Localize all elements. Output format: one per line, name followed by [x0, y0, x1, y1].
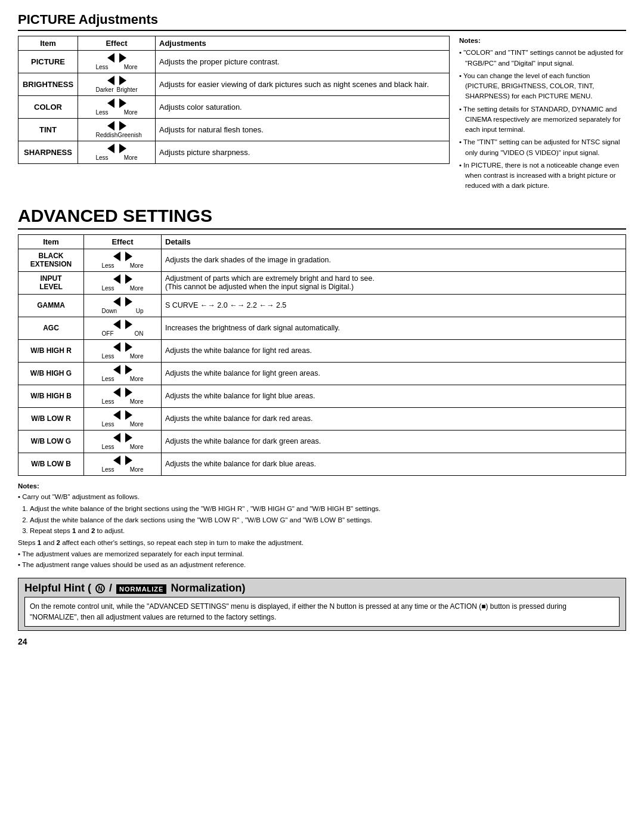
- arrow-right-icon: [125, 433, 132, 442]
- bottom-step-item: Repeat steps 1 and 2 to adjust.: [30, 525, 626, 536]
- arrow-left-icon: [107, 144, 114, 153]
- right-label: Greenish: [117, 132, 142, 138]
- adv-row-item: W/B LOW G: [18, 430, 84, 453]
- arrow-right-icon: [119, 121, 126, 131]
- adv-row-effect: Less More: [84, 430, 162, 453]
- arrow-left-icon: [107, 76, 114, 85]
- arrow-left-icon: [113, 252, 120, 261]
- adv-row-details: Increases the brightness of dark signal …: [162, 317, 626, 339]
- advanced-table-row: GAMMA Down Up S CURVE ←→ 2.0 ←→ 2.2 ←→ 2…: [18, 294, 626, 317]
- arrow-right-icon: [125, 388, 132, 397]
- adv-row-item: W/B HIGH B: [18, 385, 84, 407]
- bottom-notes-title: Notes:: [18, 481, 626, 491]
- right-label: More: [130, 376, 144, 382]
- adv-row-details: Adjusts the dark shades of the image in …: [162, 249, 626, 271]
- adv-row-effect: OFF ON: [84, 317, 162, 339]
- bottom-notes: Notes: Carry out "W/B" adjustment as fol…: [18, 481, 626, 571]
- picture-note-item: "COLOR" and "TINT" settings cannot be ad…: [459, 48, 626, 69]
- advanced-table-row: W/B HIGH B Less More Adjusts the white b…: [18, 385, 626, 407]
- adv-col-item: Item: [18, 234, 84, 249]
- extra-note-item: The adjustment range values should be us…: [18, 559, 626, 570]
- right-label: More: [130, 262, 144, 269]
- right-label: Up: [136, 308, 144, 314]
- left-label: Less: [102, 262, 114, 269]
- arrow-right-icon: [125, 365, 132, 374]
- arrow-right-icon: [125, 274, 132, 284]
- bottom-notes-list: Carry out "W/B" adjustment as follows.: [18, 491, 626, 502]
- picture-row-item: PICTURE: [18, 51, 78, 73]
- arrow-left-icon: [107, 121, 114, 131]
- right-label: More: [130, 444, 144, 450]
- helpful-hint-normalization: Normalization): [171, 582, 245, 594]
- arrow-left-icon: [113, 433, 120, 442]
- arrow-right-icon: [125, 297, 132, 306]
- adv-row-details: Adjustment of parts which are extremely …: [162, 271, 626, 294]
- helpful-hint-section: Helpful Hint ( N / NORMALIZE Normalizati…: [18, 578, 626, 631]
- helpful-hint-slash: /: [109, 582, 115, 594]
- left-label: Less: [102, 353, 114, 360]
- right-label: More: [130, 421, 144, 428]
- adv-row-item: BLACKEXTENSION: [18, 249, 84, 271]
- advanced-table: Item Effect Details BLACKEXTENSION Less …: [18, 234, 626, 476]
- bottom-notes-steps: Adjust the white balance of the bright s…: [18, 503, 626, 536]
- advanced-table-row: W/B HIGH R Less More Adjusts the white b…: [18, 339, 626, 362]
- right-label: More: [130, 353, 144, 360]
- picture-row-effect: Less More: [78, 51, 156, 73]
- left-label: Less: [102, 398, 114, 405]
- picture-table-row: COLOR Less More Adjusts color saturation…: [18, 96, 450, 119]
- left-label: Down: [102, 308, 117, 314]
- picture-table-row: BRIGHTNESS Darker Brighter Adjusts for e…: [18, 73, 450, 96]
- adv-row-effect: Less More: [84, 407, 162, 430]
- bottom-step-item: Adjust the white balance of the bright s…: [30, 503, 626, 514]
- arrow-right-icon: [125, 410, 132, 420]
- adv-row-effect: Less More: [84, 385, 162, 407]
- helpful-hint-text: On the remote control unit, while the "A…: [24, 597, 620, 627]
- adv-row-item: W/B LOW R: [18, 407, 84, 430]
- arrow-right-icon: [125, 342, 132, 352]
- picture-row-effect: Darker Brighter: [78, 73, 156, 96]
- left-label: Less: [102, 444, 114, 450]
- left-label: Less: [96, 154, 109, 161]
- adv-row-details: Adjusts the white balance for light blue…: [162, 385, 626, 407]
- adv-row-item: W/B LOW B: [18, 453, 84, 475]
- left-label: Less: [102, 421, 114, 428]
- picture-col-item: Item: [18, 36, 78, 51]
- picture-row-adjustment: Adjusts the proper picture contrast.: [156, 51, 450, 73]
- right-label: More: [130, 398, 144, 405]
- adv-col-effect: Effect: [84, 234, 162, 249]
- picture-row-adjustment: Adjusts for natural flesh tones.: [156, 119, 450, 141]
- picture-notes: Notes: "COLOR" and "TINT" settings canno…: [459, 36, 626, 194]
- bottom-notes-carry-out: Carry out "W/B" adjustment as follows.: [18, 491, 626, 502]
- adv-row-item: W/B HIGH G: [18, 362, 84, 385]
- advanced-table-row: W/B HIGH G Less More Adjusts the white b…: [18, 362, 626, 385]
- arrow-left-icon: [113, 274, 120, 284]
- helpful-hint-title: Helpful Hint ( N / NORMALIZE Normalizati…: [24, 582, 620, 594]
- arrow-right-icon: [119, 144, 126, 153]
- adv-col-details: Details: [162, 234, 626, 249]
- picture-row-item: TINT: [18, 119, 78, 141]
- picture-row-item: BRIGHTNESS: [18, 73, 78, 96]
- arrow-right-icon: [125, 252, 132, 261]
- extra-note-item: The adjustment values are memorized sepa…: [18, 549, 626, 559]
- left-label: OFF: [102, 330, 114, 337]
- advanced-section: ADVANCED SETTINGS Item Effect Details BL…: [18, 206, 626, 571]
- right-label: More: [130, 285, 144, 292]
- arrow-right-icon: [119, 98, 126, 108]
- picture-notes-list: "COLOR" and "TINT" settings cannot be ad…: [459, 48, 626, 191]
- picture-col-adj: Adjustments: [156, 36, 450, 51]
- adv-row-details: Adjusts the white balance for dark blue …: [162, 453, 626, 475]
- right-label: ON: [135, 330, 144, 337]
- adv-row-item: AGC: [18, 317, 84, 339]
- right-label: More: [124, 64, 138, 70]
- left-label: Less: [96, 109, 109, 116]
- left-label: Darker: [96, 86, 114, 93]
- adv-row-details: Adjusts the white balance for dark green…: [162, 430, 626, 453]
- picture-row-adjustment: Adjusts picture sharpness.: [156, 141, 450, 164]
- picture-row-adjustment: Adjusts for easier viewing of dark pictu…: [156, 73, 450, 96]
- normalize-label: NORMALIZE: [116, 584, 166, 594]
- arrow-right-icon: [125, 456, 132, 465]
- arrow-left-icon: [113, 320, 120, 329]
- advanced-table-row: BLACKEXTENSION Less More Adjusts the dar…: [18, 249, 626, 271]
- picture-section: PICTURE Adjustments Item Effect Adjustme…: [18, 12, 626, 194]
- arrow-right-icon: [119, 53, 126, 63]
